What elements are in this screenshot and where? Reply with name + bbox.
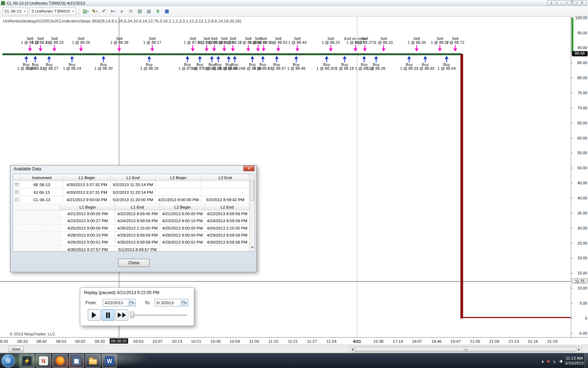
price-tick (571, 288, 573, 288)
time-axis-label: 08:33 (18, 339, 28, 344)
chevron-down-icon: ▾ (133, 301, 134, 305)
table-cell: 5/2/2013 11:20:14 PM (111, 189, 156, 196)
toolbar-icons: |||▾✎▾✐+▾⌕✥▤▨S▦ (82, 7, 171, 15)
table-row[interactable]: -CL 06-134/21/2013 9:00:00 PM5/2/2013 11… (13, 196, 255, 203)
price-tick (571, 93, 573, 93)
buy-arrow-icon (147, 56, 151, 59)
drawn-vertical-red-line[interactable] (461, 54, 463, 318)
sub-table-row[interactable]: 4/25/2013 9:00:00 PM4/26/2013 2:15:00 PM… (13, 225, 255, 232)
sub-table-row[interactable]: 4/21/2013 9:00:00 PM4/22/2013 8:59:45 PM… (13, 210, 255, 217)
hidden-icons-arrow[interactable]: ▴ (542, 359, 544, 363)
buy-marker: Buy1 @ 88.30 (90, 56, 117, 71)
taskbar-clock[interactable]: 11:13 AM 5/15/2013 (565, 356, 583, 366)
pause-button[interactable] (102, 309, 114, 321)
explorer-folder-icon[interactable] (85, 354, 100, 368)
time-axis[interactable]: 08:2608:3308:4208:5309:0209:2009:38:2509… (0, 337, 588, 345)
available-data-dialog: Available Data ✕ InstrumentL1 BeginL1 En… (10, 165, 257, 272)
expand-toggle[interactable]: + (15, 183, 19, 186)
price-tick (571, 168, 573, 168)
table-cell: 4/29/2013 8:59:59 PM (115, 232, 160, 238)
start-orb-button[interactable]: ⊞ (1, 354, 15, 368)
scroll-right-arrow[interactable] (576, 347, 582, 352)
sell-marker-label: Sell1 @ 88.23 (317, 36, 344, 45)
drawn-horizontal-red-segment[interactable] (461, 317, 571, 318)
pan-icon[interactable]: ✥ (127, 7, 135, 15)
expand-toggle[interactable]: - (15, 198, 19, 202)
volume-icon[interactable]: ◀ (559, 359, 562, 363)
scrollbar-thumb[interactable] (355, 347, 576, 352)
tray-app-icon[interactable]: ◆ (547, 359, 550, 363)
firefox-icon-glyph (56, 356, 65, 366)
chevron-down-icon: ▾ (96, 9, 98, 13)
expand-toggle[interactable]: + (15, 190, 19, 194)
scroll-left-arrow[interactable] (349, 347, 355, 352)
sub-table-row[interactable]: 4/29/2013 9:00:01 PM4/30/2013 8:59:58 PM… (13, 239, 255, 246)
buy-arrow-icon (325, 56, 329, 59)
time-axis-label: 21:13 (509, 339, 519, 344)
buy-marker-label: Buy1 @ 88.64 (433, 62, 460, 71)
sub-table-row[interactable]: 4/23/2013 9:00:27 PM4/24/2013 8:59:59 PM… (13, 217, 255, 224)
text-tool-icon[interactable]: ✐ (100, 7, 108, 15)
minimize-button[interactable]: – (557, 0, 566, 5)
buy-arrow-icon (275, 56, 279, 59)
price-tick (571, 198, 573, 198)
strategy-icon[interactable]: S (154, 7, 162, 15)
table-row[interactable]: +6J 06-134/30/2013 3:37:31 PM5/2/2013 11… (13, 189, 255, 196)
dialog-close-icon[interactable]: ✕ (243, 166, 254, 171)
price-axis-label: 40.00 (578, 196, 587, 200)
ninjatrader-launcher-icon[interactable]: ⚡ (20, 354, 35, 368)
table-cell: 4/26/2013 2:15:00 PM (205, 225, 249, 231)
sell-arrow-icon (440, 45, 440, 49)
network-icon[interactable]: ⣦ (553, 359, 556, 363)
series-select[interactable]: 3 UniRenko T3R6O3 ▾ (29, 7, 76, 15)
from-date-input[interactable]: 4/22/2013 ▾ (103, 299, 136, 306)
dialog-vertical-scrollbar[interactable] (250, 174, 255, 251)
close-dialog-button[interactable]: Close (118, 259, 150, 267)
play-button[interactable] (88, 309, 100, 321)
replay-speed-slider-track[interactable] (133, 315, 187, 316)
chart-image-icon[interactable]: ▨ (145, 7, 153, 15)
draw-tool-icon[interactable]: ✎▾ (91, 7, 99, 15)
bar-type-icon[interactable]: |||▾ (82, 7, 90, 15)
zoom-icon[interactable]: ⌕ (118, 7, 126, 15)
instrument-link-button[interactable]: L (547, 0, 556, 5)
sub-table-row[interactable]: 4/28/2013 9:00:10 PM4/29/2013 8:59:59 PM… (13, 232, 255, 239)
from-calendar-button[interactable]: ▾ (128, 299, 135, 306)
table-row[interactable]: +6E 06-134/30/2013 3:37:32 PM5/2/2013 11… (13, 181, 255, 188)
to-calendar-button[interactable]: ▾ (180, 299, 188, 306)
fast-forward-icon (122, 312, 126, 318)
firefox-icon[interactable] (52, 354, 68, 368)
fast-forward-button[interactable] (115, 309, 128, 321)
ninjatrader-app-icon[interactable]: N (36, 354, 51, 368)
price-axis-label: 5.00 (580, 301, 587, 305)
data-grid-icon[interactable]: ▦ (163, 7, 171, 15)
price-axis[interactable]: 100.0095.0090.0085.0080.0075.0070.0065.0… (571, 17, 588, 337)
scroll-down-arrow[interactable] (251, 247, 254, 250)
replay-date-row: From: 4/22/2013 ▾ To: 5/ 3/2013 ▾ (80, 299, 194, 307)
horizontal-price-line[interactable] (0, 281, 571, 282)
time-axis-label: 09:53 (133, 339, 144, 344)
calculator-icon[interactable]: ▦ (69, 354, 84, 368)
restore-button[interactable]: ❐ (567, 0, 576, 5)
scrollbar-thumb[interactable] (250, 180, 254, 201)
horizontal-scrollbar[interactable] (349, 347, 582, 352)
price-axis-label: 80.00 (578, 75, 587, 80)
copyright-label: © 2013 NinjaTrader, LLC (10, 332, 55, 336)
show-desktop-button[interactable] (584, 353, 588, 368)
crosshair-icon[interactable]: +▾ (108, 7, 117, 15)
to-label: To: (145, 300, 150, 305)
from-date-value: 4/22/2013 (105, 300, 123, 305)
table-cell: 5/1/2013 8:59:57 PM (115, 246, 160, 252)
close-button[interactable]: ✕ (578, 0, 587, 5)
price-axis-label: 95.00 (578, 30, 587, 35)
price-axis-label: 85.00 (578, 61, 587, 65)
to-date-input[interactable]: 5/ 3/2013 ▾ (154, 299, 188, 306)
instrument-select[interactable]: CL 06-13 ▾ (2, 7, 28, 15)
replay-speed-slider-thumb[interactable] (130, 312, 134, 318)
snapshot-icon[interactable]: ▤ (136, 7, 144, 15)
buy-arrow-icon (407, 56, 411, 59)
word-icon[interactable]: W (102, 354, 117, 368)
start-button-classic[interactable]: Start (9, 346, 24, 352)
sub-table-row[interactable]: 4/30/2013 9:37:57 PM5/1/2013 8:59:57 PM (13, 246, 255, 252)
chevron-down-icon: ▾ (113, 9, 115, 13)
